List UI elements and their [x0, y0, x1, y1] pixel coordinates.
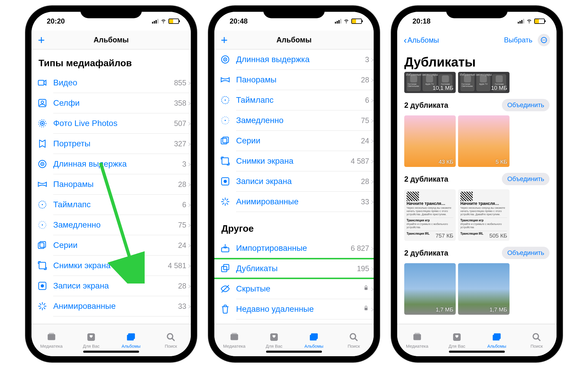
list-row[interactable]: Видео855› — [31, 73, 191, 93]
list-row[interactable]: Недавно удаленные› — [214, 299, 374, 319]
row-count: 33 — [178, 302, 186, 311]
row-count: 4 587 — [351, 157, 369, 165]
selfie-icon — [31, 98, 53, 108]
row-count: 75 — [361, 116, 369, 125]
list-row[interactable]: Снимки экрана4 587› — [214, 151, 374, 171]
tab-label: Поиск — [530, 344, 543, 349]
thumbnail[interactable]: 1,7 МБ — [458, 263, 510, 315]
add-button[interactable]: + — [38, 34, 45, 46]
list-row[interactable]: Анимированные33› — [31, 296, 191, 316]
merge-button[interactable]: Объединить — [502, 99, 549, 111]
home-indicator[interactable] — [83, 351, 139, 353]
row-count: 4 581 — [168, 261, 186, 270]
list-row[interactable]: Селфи358› — [31, 93, 191, 113]
nav-bar: ‹Альбомы Выбрать — [397, 31, 557, 49]
thumbnail[interactable]: 5 КБ — [458, 115, 510, 167]
status-icons — [518, 17, 545, 25]
back-button[interactable]: ‹Альбомы — [404, 35, 439, 45]
list-row[interactable]: Панорамы28› — [31, 174, 191, 194]
merge-button[interactable]: Объединить — [502, 247, 549, 259]
list-row[interactable]: Серии24› — [214, 131, 374, 151]
row-count: 28 — [178, 180, 186, 189]
list-row[interactable]: Фото Live Photos507› — [31, 113, 191, 133]
chevron-right-icon: › — [188, 261, 191, 270]
tab-library[interactable]: Медиатека — [397, 324, 437, 356]
group-title: 2 дубликата — [404, 101, 448, 110]
thumbnail[interactable]: Избранные аксессуары Гостиная Светильник… — [404, 72, 456, 93]
nav-title: Альбомы — [31, 36, 191, 44]
tab-search[interactable]: Поиск — [334, 324, 374, 356]
row-label: Длинная выдержка — [53, 159, 182, 169]
list-row[interactable]: Панорамы28› — [214, 70, 374, 90]
chevron-right-icon: › — [188, 159, 191, 169]
group-title: 2 дубликата — [404, 249, 448, 257]
list-row[interactable]: Импортированные6 827› — [214, 238, 374, 258]
tab-search[interactable]: Поиск — [151, 324, 191, 356]
chevron-right-icon: › — [371, 284, 374, 294]
tab-label: Альбомы — [487, 344, 506, 349]
tab-library[interactable]: Медиатека — [31, 324, 71, 356]
cellular-icon — [152, 19, 158, 24]
select-button[interactable]: Выбрать — [504, 36, 532, 44]
list-row[interactable]: Скрытые› — [214, 279, 374, 299]
home-indicator[interactable] — [449, 351, 505, 353]
list-row[interactable]: Таймлапс6› — [214, 90, 374, 110]
row-label: Панорамы — [53, 180, 178, 189]
tab-library[interactable]: Медиатека — [214, 324, 254, 356]
list-row[interactable]: Дубликаты195› — [214, 258, 374, 279]
row-label: Снимки экрана — [236, 156, 351, 166]
thumbnail[interactable]: 43 КБ — [404, 115, 456, 167]
row-label: Импортированные — [236, 243, 351, 253]
list-row[interactable]: Длинная выдержка3› — [31, 154, 191, 174]
home-indicator[interactable] — [266, 351, 322, 353]
phone-frame-2: 20:48 + Альбомы Длинная выдержка3›Панора… — [208, 6, 380, 362]
list-row[interactable]: Анимированные33› — [214, 192, 374, 212]
list-row[interactable]: Замедленно75› — [31, 215, 191, 235]
list-row[interactable]: Записи экрана28› — [31, 276, 191, 296]
list-row[interactable]: Серии24› — [31, 235, 191, 255]
list-row[interactable]: Замедленно75› — [214, 110, 374, 130]
tab-search[interactable]: Поиск — [517, 324, 557, 356]
duplicate-group: 2 дубликатаОбъединить43 КБ5 КБ — [397, 93, 557, 167]
add-button[interactable]: + — [221, 34, 228, 46]
more-button[interactable] — [538, 34, 550, 46]
content-area[interactable]: Типы медиафайлов Видео855›Селфи358›Фото … — [31, 49, 191, 324]
row-label: Портреты — [53, 139, 174, 148]
status-icons — [335, 17, 362, 25]
row-label: Видео — [53, 78, 174, 87]
list-row[interactable]: Портреты327› — [31, 134, 191, 154]
hidden-icon — [214, 284, 236, 294]
list-row[interactable]: Таймлапс6› — [31, 195, 191, 215]
svg-point-3 — [542, 40, 543, 41]
thumbnail[interactable]: 1,7 МБ — [404, 263, 456, 315]
duplicate-group: 2 дубликатаОбъединить1,7 МБ1,7 МБ — [397, 241, 557, 315]
status-bar: 20:48 — [214, 12, 374, 31]
row-count: 75 — [178, 221, 186, 229]
thumbnail[interactable]: Начните трансля…Через несколько секунд в… — [404, 189, 456, 241]
chevron-right-icon: › — [371, 75, 374, 84]
chevron-right-icon: › — [188, 119, 191, 128]
list-row[interactable]: Снимки экрана4 581› — [31, 256, 191, 276]
row-label: Недавно удаленные — [236, 304, 363, 314]
list-row[interactable]: Записи экрана28› — [214, 171, 374, 191]
tab-label: Альбомы — [121, 344, 141, 349]
content-area[interactable]: Дубликаты Избранные аксессуары Гостиная … — [397, 49, 557, 324]
import-icon — [214, 243, 236, 253]
wifi-icon — [526, 17, 532, 25]
list-row[interactable]: Длинная выдержка3› — [214, 49, 374, 69]
row-label: Таймлапс — [53, 200, 182, 209]
page-title: Дубликаты — [397, 49, 557, 72]
row-count: 507 — [174, 119, 186, 128]
svg-point-4 — [544, 40, 544, 41]
tab-label: Поиск — [165, 344, 177, 349]
livephoto-icon — [31, 118, 53, 129]
video-icon — [31, 77, 53, 88]
content-area[interactable]: Длинная выдержка3›Панорамы28›Таймлапс6›З… — [214, 49, 374, 324]
screenshot-icon — [31, 260, 53, 271]
merge-button[interactable]: Объединить — [502, 173, 549, 185]
tab-label: Медиатека — [40, 344, 63, 349]
row-label: Серии — [236, 136, 361, 145]
lock-icon — [363, 285, 369, 293]
thumbnail[interactable]: Начните трансля…Через несколько секунд в… — [458, 189, 510, 241]
thumbnail[interactable]: Избранные аксессуары Гостиная Светильник… — [458, 72, 510, 93]
